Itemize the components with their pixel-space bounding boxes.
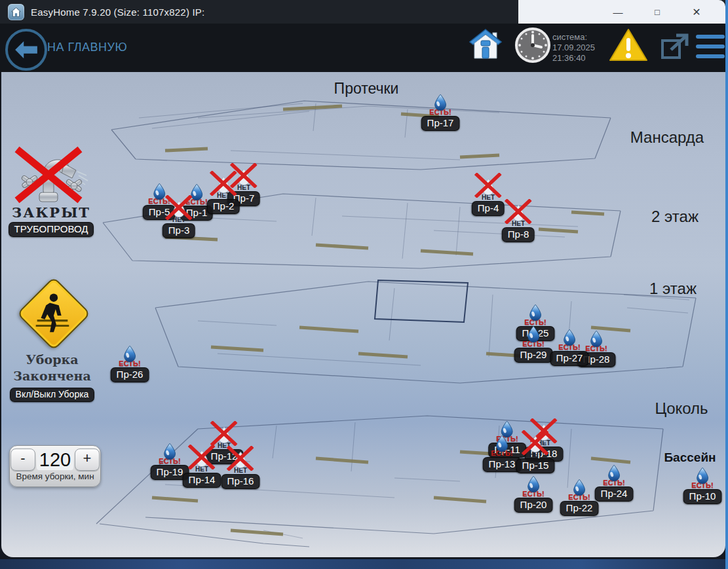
sensor-label: Пр-22	[560, 501, 599, 516]
cross-icon	[210, 171, 237, 196]
pipeline-status: ЗАКРЫТ	[5, 204, 97, 221]
floor-label: Бассейн	[664, 450, 716, 465]
leak-sensor[interactable]: НЕТ Пр-4	[472, 177, 505, 216]
leak-sensor[interactable]: ЕСТЬ! Пр-27	[550, 328, 589, 366]
water-drop-icon	[694, 466, 712, 485]
menu-icon[interactable]	[696, 33, 725, 60]
page-title: Протечки	[334, 80, 399, 98]
close-button[interactable]: ✕	[677, 2, 716, 22]
water-drop-icon	[527, 303, 545, 321]
sensor-label: Пр-17	[421, 116, 460, 131]
timer-value: 120	[37, 449, 73, 470]
cleaning-status: Уборка Закончена	[8, 352, 96, 384]
water-drop-icon	[525, 325, 543, 343]
sensor-label: Пр-4	[472, 201, 505, 216]
floor-label: Мансарда	[630, 128, 704, 147]
leak-sensor[interactable]: ЕСТЬ! Пр-13	[483, 434, 522, 472]
leak-sensor[interactable]: НЕТ Пр-2	[207, 175, 240, 214]
water-drop-icon	[121, 344, 139, 363]
pipeline-widget: ЗАКРЫТ ТРУБОПРОВОД	[5, 145, 97, 237]
floor-label: 2 этаж	[651, 208, 699, 226]
app-icon	[8, 4, 24, 20]
maximize-button[interactable]: □	[638, 2, 677, 22]
water-drop-icon	[525, 475, 543, 493]
leak-sensor[interactable]: ЕСТЬ! Пр-10	[683, 466, 722, 504]
water-drop-icon	[432, 93, 450, 111]
home-icon[interactable]	[469, 29, 502, 59]
leak-sensor[interactable]: НЕТ Пр-15	[516, 435, 555, 473]
water-drop-icon	[561, 328, 579, 346]
back-label[interactable]: НА ГЛАВНУЮ	[47, 41, 127, 54]
timer-label: Время уборки, мин	[10, 471, 100, 481]
app-window: EasyHome 7.9.20 (Size: 1107x822) IP: — □…	[0, 0, 728, 569]
cleaning-toggle-button[interactable]: Вкл/Выкл Уборка	[10, 388, 95, 402]
cross-icon	[165, 195, 193, 220]
water-drop-icon	[571, 478, 588, 496]
sensor-label: Пр-8	[502, 227, 535, 242]
sensor-label: Пр-16	[221, 474, 260, 489]
leak-sensor[interactable]: НЕТ Пр-8	[502, 204, 535, 242]
cross-icon	[474, 173, 502, 198]
system-time: система: 17.09.2025 21:36:40	[552, 32, 595, 64]
water-drop-icon	[161, 442, 179, 460]
titlebar: EasyHome 7.9.20 (Size: 1107x822) IP: — □…	[0, 0, 725, 24]
bottom-strip	[0, 559, 725, 569]
popout-icon[interactable]	[661, 31, 691, 60]
minimize-button[interactable]: —	[598, 2, 638, 22]
floor-label: 1 этаж	[649, 280, 697, 298]
timer-increase-button[interactable]: +	[75, 449, 100, 471]
header: НА ГЛАВНУЮ система: 17.09.2025 21:36:40	[0, 24, 725, 72]
red-cross-icon	[12, 145, 90, 206]
leak-sensor[interactable]: ЕСТЬ! Пр-24	[595, 464, 634, 502]
water-drop-icon	[605, 464, 623, 482]
leak-sensor[interactable]: ЕСТЬ! Пр-17	[421, 93, 460, 131]
sensor-label: Пр-2	[207, 199, 240, 214]
crossing-sign-icon	[13, 278, 92, 352]
back-arrow-icon	[14, 40, 39, 60]
sensor-label: Пр-20	[514, 498, 553, 513]
cleaning-widget: Уборка Закончена Вкл/Выкл Уборка	[8, 278, 96, 402]
cross-icon	[505, 199, 532, 224]
sensor-label: Пр-3	[163, 223, 195, 238]
leak-sensor[interactable]: ЕСТЬ! Пр-26	[111, 344, 149, 382]
main-canvas: Протечки Мансарда2 этаж1 этажЦокольБассе…	[1, 72, 725, 557]
sensor-label: Пр-27	[550, 351, 589, 366]
leak-sensor[interactable]: ЕСТЬ! Пр-22	[560, 478, 599, 516]
timer-widget: - 120 + Время уборки, мин	[9, 445, 101, 487]
warning-icon[interactable]	[608, 28, 649, 63]
clock-icon	[515, 28, 550, 63]
water-drop-icon	[588, 329, 605, 348]
water-drop-icon	[493, 434, 511, 452]
leak-sensor[interactable]: НЕТ Пр-16	[221, 450, 260, 489]
timer-decrease-button[interactable]: -	[10, 449, 35, 471]
sensor-label: Пр-29	[514, 348, 553, 363]
leak-sensor[interactable]: ЕСТЬ! Пр-20	[514, 475, 553, 513]
sensor-label: Пр-26	[111, 367, 149, 382]
cross-icon	[522, 430, 549, 455]
cross-icon	[210, 421, 238, 446]
sensor-label: Пр-10	[683, 489, 722, 504]
cross-icon	[188, 445, 216, 469]
floor-label: Цоколь	[655, 399, 708, 418]
leak-sensor[interactable]: ЕСТЬ! Пр-29	[514, 325, 553, 363]
back-button[interactable]	[5, 29, 47, 71]
cross-icon	[227, 446, 254, 471]
sensor-label: Пр-15	[516, 458, 555, 473]
leak-sensor[interactable]: НЕТ Пр-3	[163, 200, 195, 238]
window-controls: — □ ✕	[518, 0, 725, 24]
sensor-label: Пр-24	[595, 486, 634, 502]
window-title: EasyHome 7.9.20 (Size: 1107x822) IP:	[31, 7, 204, 18]
sensor-label: Пр-14	[183, 473, 221, 488]
sensor-label: Пр-13	[483, 457, 522, 472]
pipeline-button[interactable]: ТРУБОПРОВОД	[9, 222, 94, 237]
leak-sensor[interactable]: НЕТ Пр-14	[183, 449, 221, 488]
